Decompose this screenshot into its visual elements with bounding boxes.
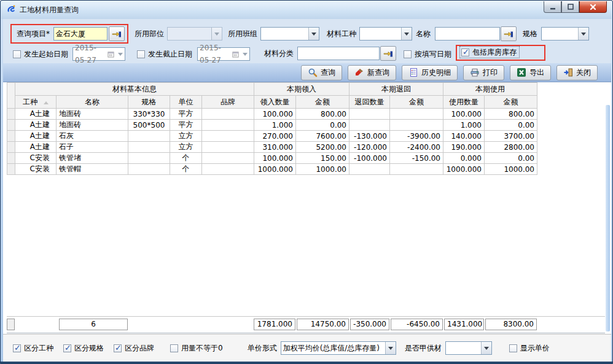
close-button[interactable] [579,1,607,13]
history-detail-button[interactable]: 历史明细 [402,65,458,80]
start-date-picker[interactable]: 2015-05-27 [72,47,125,61]
name-input[interactable] [435,27,500,41]
new-query-button[interactable]: 新查询 [348,65,396,80]
minimize-button[interactable] [544,1,561,13]
printer-icon [470,68,480,77]
owner-supplied-label: 是否甲供材 [405,343,442,354]
app-window: 工地材料用量查询 查询项目* 金石大厦 所用部位 所 [0,0,613,364]
query-button[interactable]: 查询 [301,65,342,80]
history-icon [408,68,418,77]
hand-picker-icon [383,48,393,58]
include-stock-checkbox[interactable] [461,48,469,56]
chevron-down-icon[interactable] [578,28,588,40]
worktype-combo[interactable] [359,27,412,41]
app-icon [6,4,16,16]
part-combo[interactable] [167,27,222,41]
exit-door-icon [563,68,573,77]
category-label: 材料分类 [264,47,294,60]
export-button[interactable]: 导出 [510,65,551,80]
team-combo[interactable] [260,27,319,41]
group-header-received: 本期领入 [254,83,349,96]
table-row[interactable]: A土建地面砖 330*330平方 100.000 800.00 100.000 … [7,109,537,120]
col-header-returned-amt[interactable]: 金额 [390,96,443,109]
distinguish-spec-checkbox[interactable] [63,344,71,352]
brush-icon [354,68,364,77]
option-show-unit-price[interactable]: 显示单价 [509,343,550,353]
group-header-basic-info: 材料基本信息 [15,83,254,96]
summary-received-qty: 1781.000 [254,319,295,330]
spec-combo[interactable] [541,27,589,41]
col-header-returned-qty[interactable]: 退回数量 [349,96,390,109]
owner-supplied-combo[interactable] [445,341,492,355]
chevron-down-icon[interactable] [308,28,319,40]
summary-count: 6 [59,319,128,330]
results-grid: 材料基本信息 本期领入 本期退回 本期使用 工种 名称 规格 单位 品牌 领入数… [3,82,611,334]
col-header-received-amt[interactable]: 金额 [296,96,349,109]
col-header-brand[interactable]: 品牌 [202,96,254,109]
group-header-returned: 本期退回 [349,83,443,96]
group-header-row: 材料基本信息 本期领入 本期退回 本期使用 [7,83,537,96]
calendar-icon [106,51,115,58]
summary-returned-amount: -6450.00 [391,319,443,330]
end-date-label: 发生截止日期 [148,49,192,59]
maximize-button[interactable] [561,1,579,13]
search-icon [308,68,318,77]
option-distinguish-spec[interactable]: 区分规格 [63,343,104,353]
options-bar: 区分工种 区分规格 区分品牌 用量不等于0 单价形式 加权平均价(总库值/总库存… [3,334,611,362]
table-row[interactable]: C安装铁管帽 个 1000.000 1000.00 1000.000 1000.… [7,164,537,175]
col-header-received-qty[interactable]: 领入数量 [254,96,296,109]
materials-table: 材料基本信息 本期领入 本期退回 本期使用 工种 名称 规格 单位 品牌 领入数… [7,82,537,175]
col-header-unit[interactable]: 单位 [170,96,202,109]
summary-stub [7,319,15,330]
table-row[interactable]: A土建石子 立方 310.000 5200.00-120.000 -2400.0… [7,142,537,153]
chevron-down-icon[interactable] [385,342,396,354]
part-label: 所用部位 [135,27,164,41]
col-header-used-qty[interactable]: 使用数量 [443,96,485,109]
by-fill-date-checkbox[interactable] [404,50,412,58]
chevron-down-icon[interactable] [481,342,491,354]
col-header-worktype[interactable]: 工种 [15,96,57,109]
chevron-down-icon[interactable] [115,53,125,56]
start-date-label: 发生起始日期 [24,49,68,59]
end-date-picker[interactable]: 2015-05-27 [197,47,250,61]
include-stock-label: 包括库房库存 [472,47,517,57]
option-distinguish-worktype[interactable]: 区分工种 [13,343,53,353]
print-button[interactable]: 打印 [463,65,504,80]
name-label: 名称 [416,27,431,41]
col-header-spec[interactable]: 规格 [128,96,170,109]
distinguish-brand-checkbox[interactable] [114,344,122,352]
project-label: 查询项目* [17,27,50,41]
worktype-label: 材料工种 [327,27,356,41]
spec-label: 规格 [523,27,537,41]
table-row[interactable]: A土建地面砖 500*500平方 1.000 0.00 1.000 0.00 [7,120,537,131]
close-form-button[interactable]: 关闭 [556,65,598,80]
chevron-down-icon[interactable] [240,53,249,56]
col-header-name[interactable]: 名称 [57,96,128,109]
col-header-used-amt[interactable]: 金额 [485,96,537,109]
summary-returned-qty: -350.000 [350,319,389,330]
chevron-down-icon[interactable] [211,28,222,40]
show-unit-price-checkbox[interactable] [509,344,517,352]
project-picker-button[interactable] [109,26,125,41]
option-usage-nonzero[interactable]: 用量不等于0 [170,343,223,353]
distinguish-worktype-checkbox[interactable] [13,344,21,352]
project-input[interactable]: 金石大厦 [53,27,107,41]
column-header-row: 工种 名称 规格 单位 品牌 领入数量 金额 退回数量 金额 使用数量 金额 [7,96,537,109]
option-distinguish-brand[interactable]: 区分品牌 [114,343,154,353]
vertical-scrollbar[interactable] [606,105,610,331]
price-form-combo[interactable]: 加权平均价(总库值/总库存量) [281,341,396,355]
hand-picker-icon [112,29,122,39]
start-date-checkbox[interactable] [13,50,21,58]
row-header-corner [7,83,15,109]
price-form-label: 单价形式 [248,343,277,354]
table-row[interactable]: C安装铁管堵 个 100.000 150.00-100.000 -150.000… [7,153,537,164]
chevron-down-icon[interactable] [401,28,412,40]
name-picker-button[interactable] [501,26,517,41]
table-row[interactable]: A土建石灰 立方 270.000 7600.00-130.000 -3900.0… [7,131,537,142]
team-label: 所用班组 [228,27,257,41]
end-date-checkbox[interactable] [137,50,145,58]
usage-nonzero-checkbox[interactable] [170,344,178,352]
category-input[interactable] [297,47,380,60]
group-header-used: 本期使用 [443,83,537,96]
category-picker-button[interactable] [380,46,396,61]
